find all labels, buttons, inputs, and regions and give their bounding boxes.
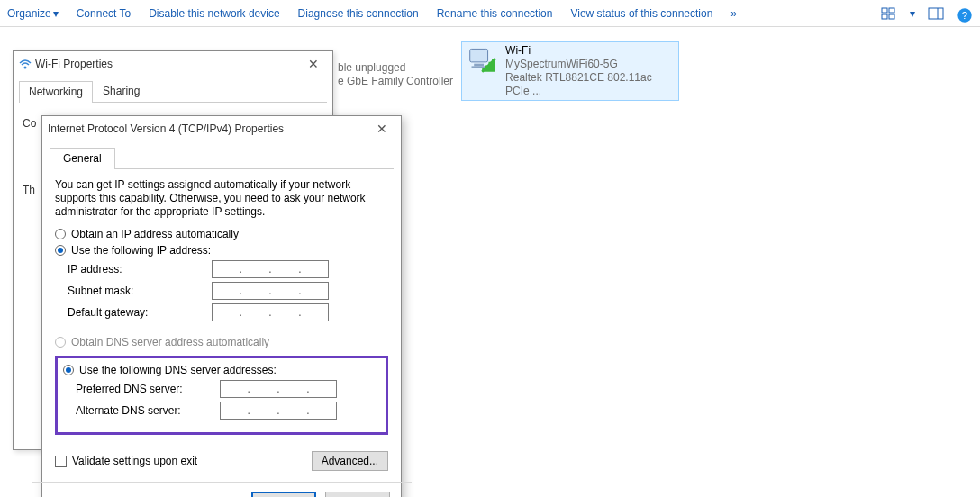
field-subnet: Subnet mask: ... xyxy=(68,282,388,300)
wifi-icon xyxy=(19,58,32,70)
dropdown-icon: ▾ xyxy=(53,7,59,20)
svg-rect-3 xyxy=(889,14,894,19)
field-gateway: Default gateway: ... xyxy=(68,303,388,321)
ok-button[interactable]: OK xyxy=(251,492,316,497)
ipv4-body: You can get IP settings assigned automat… xyxy=(42,169,401,476)
toolbar-disable[interactable]: Disable this network device xyxy=(149,7,279,20)
view-options-icon[interactable] xyxy=(881,7,897,20)
close-icon[interactable]: ✕ xyxy=(300,57,327,71)
toolbar-view-status[interactable]: View status of this connection xyxy=(570,7,712,20)
field-label: Subnet mask: xyxy=(68,285,212,297)
toolbar-organize[interactable]: Organize ▾ xyxy=(7,7,59,20)
dialog-buttons: OK Cancel xyxy=(42,483,401,497)
svg-rect-8 xyxy=(470,49,488,61)
advanced-button[interactable]: Advanced... xyxy=(312,451,388,471)
validate-row: Validate settings upon exit Advanced... xyxy=(55,451,388,471)
svg-rect-0 xyxy=(882,8,887,13)
toolbar-more[interactable]: » xyxy=(730,7,737,20)
fragment-text: e GbE Family Controller xyxy=(338,75,453,87)
radio-use-dns[interactable]: Use the following DNS server addresses: xyxy=(63,364,380,376)
radio-use-ip[interactable]: Use the following IP address: xyxy=(55,244,388,257)
main-area: ble unplugged e GbE Family Controller Wi… xyxy=(0,27,980,497)
svg-text:?: ? xyxy=(962,9,967,20)
dns-highlight-box: Use the following DNS server addresses: … xyxy=(55,356,388,435)
field-label: IP address: xyxy=(68,263,212,276)
radio-icon xyxy=(55,229,66,239)
ip-input[interactable]: ... xyxy=(212,303,329,321)
dialog-titlebar[interactable]: Internet Protocol Version 4 (TCP/IPv4) P… xyxy=(42,116,401,141)
cancel-button[interactable]: Cancel xyxy=(325,492,390,497)
fragment-text: ble unplugged xyxy=(338,61,405,74)
checkbox-label: Validate settings upon exit xyxy=(72,455,197,467)
description-text: You can get IP settings assigned automat… xyxy=(55,178,388,219)
ip-input[interactable]: ... xyxy=(220,380,337,398)
radio-label: Obtain DNS server address automatically xyxy=(71,336,269,348)
svg-rect-10 xyxy=(472,66,486,68)
toolbar-diagnose[interactable]: Diagnose this connection xyxy=(298,7,419,20)
toolbar-organize-label: Organize xyxy=(7,7,51,20)
radio-icon xyxy=(55,337,66,348)
connection-name: Wi-Fi xyxy=(505,44,673,58)
radio-icon xyxy=(63,365,74,375)
ip-input[interactable]: ... xyxy=(220,402,337,420)
radio-icon xyxy=(55,245,66,256)
tab-networking[interactable]: Networking xyxy=(19,81,93,103)
radio-obtain-dns: Obtain DNS server address automatically xyxy=(55,336,388,348)
svg-rect-9 xyxy=(474,64,484,67)
ip-input[interactable]: ... xyxy=(212,282,329,300)
close-icon[interactable]: ✕ xyxy=(368,122,395,136)
connection-ssid: MySpectrumWiFi60-5G xyxy=(505,58,673,71)
network-adapter-icon xyxy=(467,44,500,80)
field-label: Default gateway: xyxy=(68,306,212,319)
svg-rect-4 xyxy=(929,8,943,19)
ipv4-tabs: General xyxy=(50,147,394,169)
dialog-titlebar[interactable]: Wi-Fi Properties ✕ xyxy=(14,51,332,77)
radio-label: Obtain an IP address automatically xyxy=(71,228,239,240)
dialog-ipv4-properties: Internet Protocol Version 4 (TCP/IPv4) P… xyxy=(41,115,402,497)
field-alternate-dns: Alternate DNS server: ... xyxy=(76,402,380,420)
toolbar-rename[interactable]: Rename this connection xyxy=(437,7,553,20)
field-label: Preferred DNS server: xyxy=(76,383,220,395)
svg-point-11 xyxy=(24,67,27,69)
connection-adapter: Realtek RTL8821CE 802.11ac PCIe ... xyxy=(505,71,673,98)
svg-rect-2 xyxy=(889,8,894,13)
preview-pane-icon[interactable] xyxy=(928,7,944,20)
toolbar-connect-to[interactable]: Connect To xyxy=(77,7,132,20)
radio-label: Use the following DNS server addresses: xyxy=(79,364,277,376)
dialog-title-text: Wi-Fi Properties xyxy=(35,58,113,70)
ip-input[interactable]: ... xyxy=(212,260,329,278)
dropdown-icon[interactable]: ▾ xyxy=(910,7,915,20)
connection-item-wifi[interactable]: Wi-Fi MySpectrumWiFi60-5G Realtek RTL882… xyxy=(461,41,679,101)
radio-label: Use the following IP address: xyxy=(71,244,211,257)
svg-rect-1 xyxy=(882,14,887,19)
help-icon[interactable]: ? xyxy=(957,7,973,20)
toolbar: Organize ▾ Connect To Disable this netwo… xyxy=(0,0,980,27)
field-label: Alternate DNS server: xyxy=(76,404,220,417)
tab-sharing[interactable]: Sharing xyxy=(93,80,150,102)
field-preferred-dns: Preferred DNS server: ... xyxy=(76,380,380,398)
wifi-tabs: Networking Sharing xyxy=(19,80,327,103)
field-ip-address: IP address: ... xyxy=(68,260,388,278)
tab-general[interactable]: General xyxy=(50,148,115,169)
radio-obtain-ip[interactable]: Obtain an IP address automatically xyxy=(55,228,388,240)
toolbar-right: ▾ ? xyxy=(881,7,973,20)
dialog-title-text: Internet Protocol Version 4 (TCP/IPv4) P… xyxy=(48,122,284,135)
connection-text: Wi-Fi MySpectrumWiFi60-5G Realtek RTL882… xyxy=(505,44,673,98)
checkbox-validate[interactable] xyxy=(55,456,67,467)
